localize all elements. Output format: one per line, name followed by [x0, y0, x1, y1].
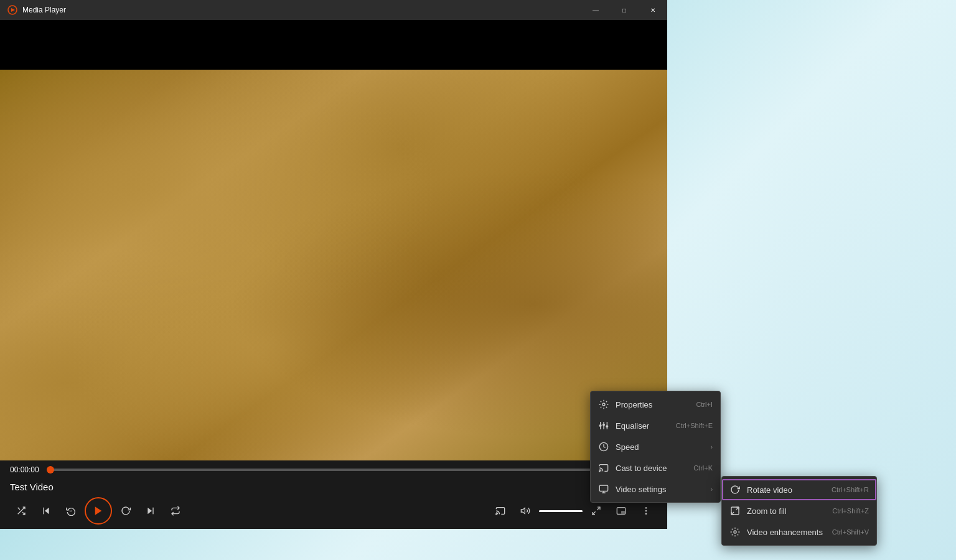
menu-item-video-settings[interactable]: Video settings › Rotate video Ctrl+Shift…: [591, 478, 720, 500]
svg-point-27: [599, 471, 600, 472]
control-bar: 00:00:00 Test Video: [0, 460, 667, 529]
svg-point-8: [496, 514, 497, 515]
svg-marker-1: [11, 8, 15, 12]
volume-bar[interactable]: [539, 510, 583, 512]
volume-area: [514, 500, 583, 522]
cast-menu-icon: [598, 462, 609, 474]
current-time: 00:00:00: [10, 465, 44, 474]
cast-button[interactable]: [489, 500, 512, 522]
svg-marker-9: [521, 508, 525, 513]
media-player-window: Media Player — □ ✕ 00:00:00 Test Video: [0, 0, 667, 529]
zoom-to-fill-shortcut: Ctrl+Shift+Z: [832, 507, 869, 515]
submenu-item-zoom-to-fill[interactable]: Zoom to fill Ctrl+Shift+Z: [722, 500, 876, 521]
video-title: Test Video: [10, 478, 657, 495]
video-content: [0, 70, 667, 460]
video-top-bar: [0, 20, 667, 70]
submenu-item-video-enhancements[interactable]: Video enhancements Ctrl+Shift+V: [722, 521, 876, 543]
svg-line-10: [597, 507, 600, 510]
video-settings-label: Video settings: [616, 485, 705, 494]
play-button[interactable]: [85, 497, 112, 525]
svg-marker-2: [45, 508, 49, 515]
rewind-button[interactable]: 10: [60, 500, 82, 522]
video-enhancements-label: Video enhancements: [747, 528, 826, 537]
svg-line-11: [593, 511, 596, 515]
svg-point-25: [603, 424, 605, 426]
speed-label: Speed: [616, 442, 705, 452]
title-bar: Media Player — □ ✕: [0, 0, 667, 20]
fast-forward-button[interactable]: [115, 500, 137, 522]
pip-button[interactable]: [610, 500, 632, 522]
svg-point-14: [645, 507, 647, 509]
close-button[interactable]: ✕: [639, 0, 667, 20]
rotate-video-label: Rotate video: [747, 485, 825, 495]
speed-icon: [598, 441, 609, 452]
properties-shortcut: Ctrl+I: [696, 401, 713, 408]
equaliser-icon: [598, 420, 609, 431]
video-enhancements-icon: [729, 526, 741, 538]
progress-container: 00:00:00: [10, 465, 657, 474]
svg-point-15: [645, 510, 647, 512]
minimize-button[interactable]: —: [581, 0, 610, 20]
volume-fill: [539, 510, 583, 512]
context-menu: Properties Ctrl+I Equaliser Ctrl+Shift+E: [590, 391, 721, 503]
prev-track-button[interactable]: [35, 500, 57, 522]
properties-label: Properties: [616, 400, 690, 409]
zoom-to-fill-icon: [729, 505, 741, 516]
video-settings-icon: [598, 483, 609, 495]
next-track-button[interactable]: [139, 500, 162, 522]
window-controls: — □ ✕: [581, 0, 667, 20]
svg-rect-3: [43, 508, 44, 515]
svg-rect-28: [599, 485, 607, 491]
svg-marker-5: [95, 506, 102, 515]
rotate-video-icon: [729, 484, 741, 495]
speed-arrow: ›: [711, 444, 713, 450]
menu-item-speed[interactable]: Speed ›: [591, 436, 720, 457]
repeat-button[interactable]: [164, 500, 187, 522]
window-title: Media Player: [22, 6, 660, 14]
menu-item-cast[interactable]: Cast to device Ctrl+K: [591, 457, 720, 478]
menu-item-equaliser[interactable]: Equaliser Ctrl+Shift+E: [591, 415, 720, 436]
cast-shortcut: Ctrl+K: [693, 464, 713, 472]
submenu-item-rotate-video[interactable]: Rotate video Ctrl+Shift+R: [722, 479, 876, 500]
svg-point-36: [734, 531, 736, 533]
svg-point-17: [602, 403, 605, 406]
video-settings-submenu: Rotate video Ctrl+Shift+R Zoom: [721, 476, 877, 546]
app-icon: [7, 5, 17, 15]
svg-rect-7: [152, 508, 153, 515]
progress-bar[interactable]: [50, 469, 657, 471]
svg-rect-13: [621, 511, 625, 514]
media-controls: 10: [10, 495, 657, 527]
properties-icon: [598, 399, 609, 410]
svg-text:10: 10: [69, 510, 72, 513]
volume-button[interactable]: [514, 500, 537, 522]
cast-label: Cast to device: [616, 464, 687, 473]
zoom-to-fill-label: Zoom to fill: [747, 506, 826, 516]
video-frame: [0, 70, 667, 460]
svg-point-24: [599, 425, 601, 427]
more-button[interactable]: [635, 500, 657, 522]
equaliser-shortcut: Ctrl+Shift+E: [676, 422, 713, 429]
progress-thumb: [47, 466, 54, 474]
svg-marker-6: [148, 508, 152, 515]
menu-item-properties[interactable]: Properties Ctrl+I: [591, 394, 720, 415]
fullscreen-button[interactable]: [585, 500, 607, 522]
video-display: [0, 70, 667, 460]
shuffle-button[interactable]: [10, 500, 32, 522]
video-enhancements-shortcut: Ctrl+Shift+V: [832, 528, 869, 536]
rotate-video-shortcut: Ctrl+Shift+R: [832, 486, 869, 493]
svg-point-26: [606, 426, 608, 427]
equaliser-label: Equaliser: [616, 421, 670, 431]
video-settings-arrow: ›: [711, 486, 713, 493]
svg-point-16: [645, 513, 647, 515]
maximize-button[interactable]: □: [610, 0, 639, 20]
